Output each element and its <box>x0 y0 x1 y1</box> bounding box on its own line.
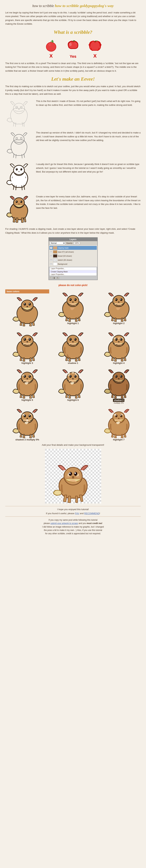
layer-delete-btn[interactable]: 🗑 <box>52 277 56 279</box>
step4-text: Create a new layer for every base color … <box>36 195 141 210</box>
svg-point-96 <box>24 415 25 416</box>
menu-item-layer-props[interactable]: Layer Properties... <box>49 267 97 270</box>
highlight2-label: highlight 2 <box>113 322 124 324</box>
svg-point-98 <box>27 418 28 419</box>
layer-mode-select[interactable]: Normal Multiply Screen <box>50 242 66 245</box>
step3-image <box>5 162 33 192</box>
svg-point-46 <box>29 338 31 341</box>
step3-row: I usually don't go for lineart this thic… <box>5 162 141 192</box>
stage-highlight6: highlight 6 <box>51 366 95 401</box>
svg-point-12 <box>21 137 22 139</box>
eevee-base-colors <box>5 195 33 224</box>
eevee-stage-h1-svg <box>53 289 92 322</box>
layer-eye-3[interactable]: 👁 <box>50 255 52 257</box>
clipping-mask-text: For shading I ALWAYS create a clipping m… <box>5 227 141 235</box>
layers-bottom-bar: + 🗑 fx <box>49 276 97 280</box>
closing2: If you found it useful, please FAV and R… <box>5 512 141 515</box>
svg-point-4 <box>49 43 51 46</box>
highlight1-label: highlight 1 <box>67 322 79 324</box>
step4-image <box>5 195 33 224</box>
highlight4-label: highlight 4 <box>113 362 124 364</box>
recommend-link[interactable]: RECOMMEND <box>84 512 100 515</box>
svg-point-55 <box>72 341 74 342</box>
svg-point-123 <box>71 474 71 475</box>
apple-blob-label: X <box>88 53 102 59</box>
svg-point-20 <box>16 201 17 203</box>
stage-highlight1: highlight 1 <box>51 289 95 324</box>
layers-panel: Layers Normal Multiply Screen Opacity: 1… <box>48 237 98 280</box>
layer-item-sketch[interactable]: 👁 sketch (64 shown) <box>49 258 97 262</box>
layer-eye-2[interactable]: 👁 <box>50 251 52 253</box>
svg-point-35 <box>70 299 71 300</box>
stages-row-2: highlight 3 <box>5 329 141 364</box>
svg-point-59 <box>115 338 117 341</box>
svg-point-7 <box>16 106 17 108</box>
layer-item-background[interactable]: 👁 Background <box>49 262 97 266</box>
svg-point-106 <box>115 415 116 416</box>
layer-add-btn[interactable]: + <box>49 277 52 279</box>
svg-point-87 <box>118 378 119 379</box>
svg-point-14 <box>16 168 17 170</box>
eevee-h4-svg <box>100 329 138 362</box>
svg-point-105 <box>120 415 122 417</box>
apple-blob-icon <box>88 38 102 53</box>
layer-eye[interactable]: 👁 <box>50 247 52 249</box>
layer-opacity: 100% <box>74 242 80 245</box>
stages-row-4: shadow 2 multiply 0% <box>5 406 141 441</box>
highlight5-label: highlight 5 <box>22 399 33 401</box>
highlight7-label: shadow 2 multiply 0% <box>15 438 39 441</box>
svg-point-10 <box>14 134 24 144</box>
svg-point-61 <box>115 339 116 340</box>
svg-point-47 <box>24 339 25 340</box>
apple-pixel-label: X <box>44 53 58 59</box>
step3-text: I usually don't go for lineart this thic… <box>36 162 141 174</box>
svg-point-79 <box>70 376 71 376</box>
menu-item-clipping-mask[interactable]: Create Clipping Mask <box>49 270 97 273</box>
layer-item-clipping[interactable]: 👁 clipping mask <box>49 246 97 250</box>
svg-point-11 <box>16 137 17 139</box>
eevee-final-svg <box>45 449 101 503</box>
stage-highlight2: highlight 2 <box>97 289 141 324</box>
fav-link[interactable]: FAV <box>75 512 79 515</box>
menu-item-layer-props-2[interactable]: Layer Properties... <box>49 273 97 276</box>
svg-point-34 <box>74 298 76 301</box>
stage-highlight5: highlight 5 <box>5 366 49 401</box>
shadow2-label: shadow 2 <box>113 399 124 402</box>
stage-shadow1: shadow 1 <box>51 329 95 364</box>
layer-item-base[interactable]: 👁 base f(?) (all shown) <box>49 250 97 254</box>
svg-point-104 <box>115 415 117 417</box>
eevee-sketch-2 <box>5 131 33 159</box>
stage-highlight4: highlight 4 <box>97 329 141 364</box>
layer-fx-btn[interactable]: fx <box>57 277 60 279</box>
svg-point-15 <box>21 168 22 170</box>
final-eevee-container <box>5 449 141 503</box>
eevee-lineart <box>5 162 33 191</box>
section1-desc: The first one is not a scribble, it's a … <box>5 61 141 73</box>
highlight3-label: highlight 3 <box>22 362 33 364</box>
step1-text: This is the first sketch I made of Eevee… <box>36 99 141 107</box>
layer-clipping-label: clipping mask <box>58 247 69 249</box>
svg-point-27 <box>24 303 26 305</box>
svg-point-93 <box>26 420 28 421</box>
step1-row: This is the first sketch I made of Eevee… <box>5 99 141 128</box>
layer-eye-4[interactable]: 👁 <box>50 259 52 261</box>
scraps-link[interactable]: submit your artwork to scraps <box>50 522 78 525</box>
step2-text: The cleaned up version of the sketch. I … <box>36 131 141 142</box>
step1-image <box>5 99 33 128</box>
layer-eye-5[interactable]: 👁 <box>50 263 52 265</box>
svg-point-29 <box>24 304 25 304</box>
svg-point-39 <box>115 298 117 301</box>
stages-row-3: highlight 5 <box>5 366 141 404</box>
shadow1-label: shadow 1 <box>68 362 78 364</box>
layer-item-lineart[interactable]: 👁 lineart (64 shown) <box>49 254 97 258</box>
svg-point-49 <box>27 341 28 342</box>
highlight6-label: highlight 6 <box>67 399 79 401</box>
svg-point-69 <box>24 376 25 376</box>
eevee-stage-base-svg <box>8 294 46 327</box>
svg-point-124 <box>76 474 77 475</box>
section2-heading: Let's make an Eevee! <box>5 76 141 82</box>
stage-highlight7: shadow 2 multiply 0% <box>5 406 49 441</box>
svg-point-9 <box>19 109 20 110</box>
eevee-shadow1-svg <box>53 329 92 362</box>
apple-pixel-icon <box>44 38 58 53</box>
